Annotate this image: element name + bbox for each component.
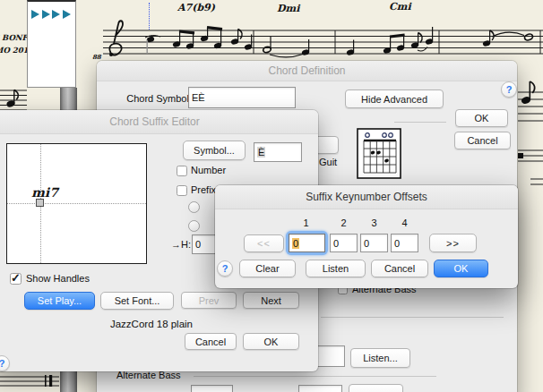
suffix-keynumber-offsets-titlebar[interactable]: Suffix Keynumber Offsets [215,185,518,209]
symbol-char-field[interactable]: È [254,142,302,162]
help-button[interactable]: ? [0,355,10,371]
treble-clef-icon [109,21,123,56]
finale-app-screen: A7(b9) Dmi Cmi 88 S BONFA MO 2017 [0,0,543,392]
show-handles-checkbox[interactable] [10,273,22,285]
offset-value-2: 0 [333,238,339,249]
chord-symbol-cmi[interactable]: Cmi [389,1,411,13]
bottom-button-fragment[interactable] [349,384,403,392]
offset-column-label-1: 1 [292,217,320,228]
h-offset-value: 0 [195,239,201,250]
offset-field-1[interactable]: 0 [289,234,325,252]
ok-button[interactable]: OK [455,109,508,127]
tool-palette [27,0,76,88]
listen-button[interactable]: Listen... [350,348,410,368]
cancel-button[interactable]: Cancel [371,260,428,277]
chord-definition-title: Chord Definition [268,64,345,77]
offset-field-4[interactable]: 0 [391,234,418,252]
guitar-label-fragment: Guit [319,157,337,167]
palette-arrow-icon[interactable] [52,10,60,19]
h-offset-label: →H: [171,239,191,250]
help-button[interactable]: ? [501,81,517,98]
offset-field-1-focus-ring: 0 [286,231,328,255]
offset-value-1: 0 [292,238,299,249]
radio-option-1[interactable] [188,201,200,213]
chord-suffix-editor-title: Chord Suffix Editor [109,115,200,128]
chord-symbol-value: EÈ [192,92,205,103]
offset-value-4: 0 [394,238,400,249]
chord-symbol-dmi[interactable]: Dmi [277,3,299,14]
suffix-keynumber-offsets-dialog: Suffix Keynumber Offsets 1 2 3 4 << 0 0 … [215,185,518,288]
prev-button: Prev [181,292,237,309]
palette-arrows [31,6,73,22]
chord-suffix-editor-titlebar[interactable]: Chord Suffix Editor [0,110,318,134]
number-checkbox[interactable] [177,166,187,176]
prefix-checkbox-label: Prefix [191,184,216,195]
chord-definition-titlebar[interactable]: Chord Definition [97,61,517,81]
hide-advanced-button[interactable]: Hide Advanced [345,89,444,108]
chord-symbol-input[interactable]: EÈ [188,87,296,108]
divider [321,317,504,318]
listen-button[interactable]: Listen [306,260,366,277]
number-checkbox-label: Number [191,165,226,175]
offset-field-3[interactable]: 0 [360,234,388,252]
divider [394,122,446,123]
radio-option-2[interactable] [188,220,200,232]
palette-arrow-icon[interactable] [42,10,50,19]
note-selection-caret [149,3,150,30]
staff-fragment-top-left [0,87,27,112]
show-handles-label: Show Handles [26,273,90,284]
clear-button[interactable]: Clear [239,260,296,277]
chord-symbol-a7b9[interactable]: A7(b9) [177,2,215,13]
offset-column-label-2: 2 [330,217,358,228]
palette-arrow-icon[interactable] [31,10,39,19]
next-button[interactable]: Next [243,292,299,309]
palette-arrow-icon[interactable] [63,10,71,19]
scroll-right-button[interactable]: >> [429,234,477,252]
score-staff-region[interactable] [0,0,543,67]
suffix-preview-text: mi7 [31,185,58,200]
scroll-left-button: << [244,234,284,252]
prefix-checkbox[interactable] [177,185,187,196]
offset-column-label-3: 3 [360,217,388,228]
staff-fragment-right-edge [518,76,543,192]
chord-symbol-label: Chord Symbol: [109,93,192,104]
staff-fragment-bottom-left [0,373,59,392]
cancel-button[interactable]: Cancel [454,132,511,149]
clef-fragment-text: 88 [92,53,101,61]
offset-value-3: 0 [364,238,369,249]
offset-column-label-4: 4 [391,217,418,228]
cancel-button[interactable]: Cancel [185,333,237,350]
suffix-preview-canvas[interactable]: mi7 [6,143,147,264]
suffix-keynumber-offsets-title: Suffix Keynumber Offsets [306,191,427,203]
bottom-field-fragment-2[interactable] [298,385,342,392]
help-button[interactable]: ? [217,260,233,277]
divider [194,376,436,377]
symbol-char-value: È [257,147,265,158]
fretboard-diagram[interactable] [357,128,401,179]
suffix-drag-handle[interactable] [36,199,44,207]
offset-field-2[interactable]: 0 [330,234,358,252]
set-font-button[interactable]: Set Font... [100,292,174,310]
crosshair-horizontal [7,203,146,204]
font-description: JazzCord 18 plain [53,319,250,329]
ok-button[interactable]: OK [434,260,488,277]
bottom-field-fragment-1[interactable] [191,385,233,392]
ok-button[interactable]: OK [243,333,299,350]
set-play-button[interactable]: Set Play... [24,292,95,310]
symbol-button[interactable]: Symbol... [183,141,246,160]
